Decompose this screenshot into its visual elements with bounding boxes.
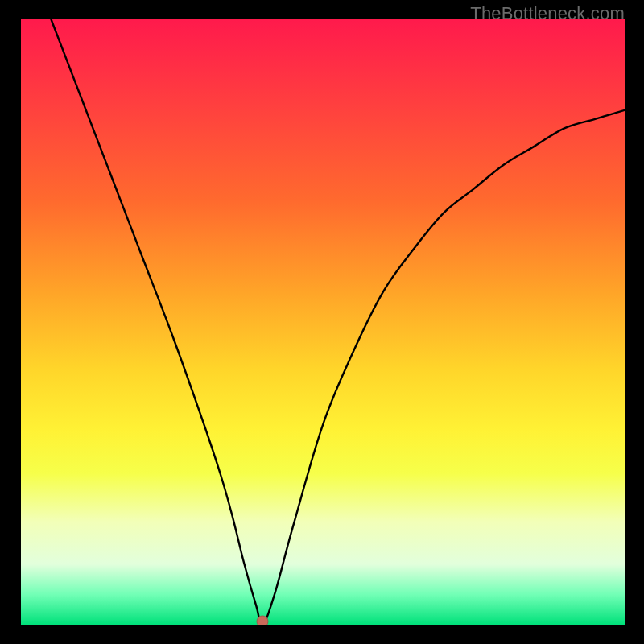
chart-frame: TheBottleneck.com <box>0 0 644 644</box>
optimum-marker <box>257 616 268 625</box>
bottleneck-curve-svg <box>21 19 625 625</box>
bottleneck-curve <box>52 19 625 625</box>
watermark-text: TheBottleneck.com <box>470 3 625 24</box>
